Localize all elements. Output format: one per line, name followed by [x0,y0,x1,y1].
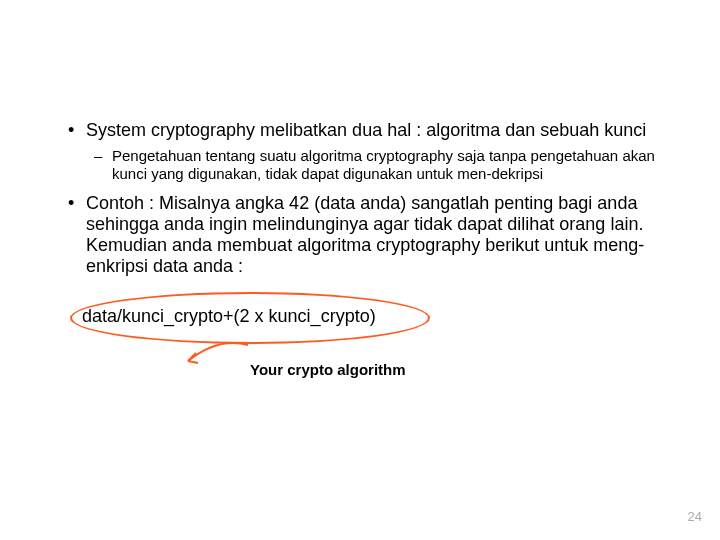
bullet-item: Pengetahuan tentang suatu algoritma cryp… [60,147,660,182]
bullet-item: System cryptography melibatkan dua hal :… [60,120,660,141]
slide-body: System cryptography melibatkan dua hal :… [0,0,720,540]
bullet-list: System cryptography melibatkan dua hal :… [60,120,660,278]
caption-container: Your crypto algorithm [250,361,660,378]
arrow-icon [178,339,258,375]
caption-text: Your crypto algorithm [250,361,660,378]
ellipse-annotation [70,292,430,344]
page-number: 24 [688,509,702,524]
bullet-item: Contoh : Misalnya angka 42 (data anda) s… [60,193,660,278]
formula-container: data/kunci_crypto+(2 x kunci_crypto) [82,306,660,327]
